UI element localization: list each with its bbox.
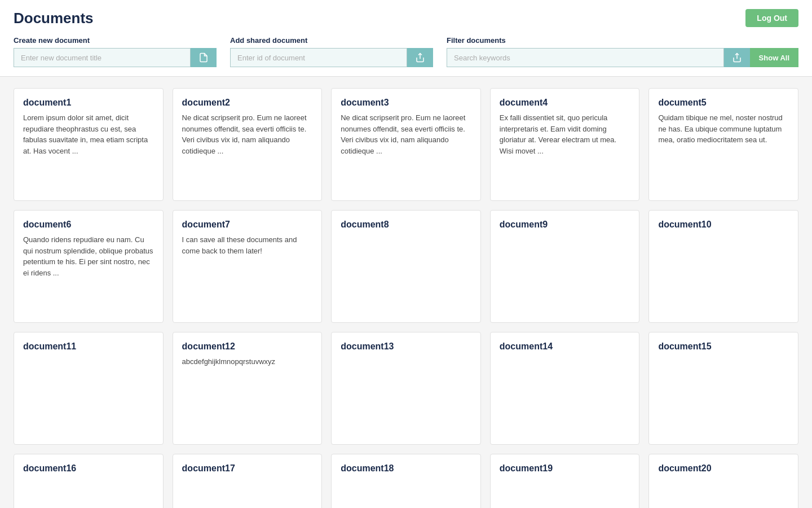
doc-card-title: document13 — [341, 341, 471, 352]
document-id-input[interactable] — [230, 48, 407, 67]
create-document-button[interactable] — [191, 48, 217, 67]
doc-card[interactable]: document18 — [331, 454, 481, 508]
doc-card-title: document10 — [658, 220, 789, 230]
doc-card-title: document15 — [658, 341, 789, 352]
doc-card[interactable]: document7I can save all these documents … — [173, 210, 323, 323]
doc-card[interactable]: document17 — [173, 454, 323, 508]
doc-card-title: document20 — [658, 463, 789, 474]
doc-card[interactable]: document10 — [648, 210, 798, 323]
doc-card-body: Ne dicat scripserit pro. Eum ne laoreet … — [182, 112, 313, 156]
doc-card-body: abcdefghijklmnopqrstuvwxyz — [182, 356, 313, 367]
doc-card[interactable]: document6Quando ridens repudiare eu nam.… — [14, 210, 164, 323]
doc-card-title: document9 — [500, 220, 630, 230]
doc-card[interactable]: document14 — [490, 332, 640, 445]
doc-card-title: document2 — [182, 98, 313, 108]
documents-grid: document1Lorem ipsum dolor sit amet, dic… — [0, 77, 812, 508]
doc-card[interactable]: document13 — [331, 332, 481, 445]
doc-card[interactable]: document20 — [648, 454, 798, 508]
filter-label: Filter documents — [447, 36, 798, 45]
doc-card-title: document3 — [341, 98, 471, 108]
create-input-group — [14, 48, 217, 67]
doc-card[interactable]: document2Ne dicat scripserit pro. Eum ne… — [173, 88, 323, 201]
doc-card-body: Lorem ipsum dolor sit amet, dicit repudi… — [23, 112, 154, 156]
add-shared-button[interactable] — [407, 48, 433, 67]
header: Documents Log Out Create new document Ad… — [0, 0, 812, 77]
doc-card-title: document7 — [182, 220, 313, 230]
filter-input-group: Show All — [447, 48, 798, 67]
doc-card-title: document6 — [23, 220, 154, 230]
doc-card[interactable]: document11 — [14, 332, 164, 445]
doc-card[interactable]: document3Ne dicat scripserit pro. Eum ne… — [331, 88, 481, 201]
new-document-title-input[interactable] — [14, 48, 191, 67]
toolbar: Create new document Add shared document — [14, 36, 798, 76]
doc-card-title: document11 — [23, 341, 154, 352]
doc-card-title: document16 — [23, 463, 154, 474]
search-keywords-input[interactable] — [447, 48, 724, 67]
doc-card[interactable]: document12abcdefghijklmnopqrstuvwxyz — [173, 332, 323, 445]
doc-card-title: document4 — [500, 98, 630, 108]
show-all-button[interactable]: Show All — [750, 48, 798, 67]
doc-card[interactable]: document5Quidam tibique ne mel, noster n… — [648, 88, 798, 201]
doc-card-title: document19 — [500, 463, 630, 474]
logout-button[interactable]: Log Out — [745, 9, 798, 27]
doc-card[interactable]: document1Lorem ipsum dolor sit amet, dic… — [14, 88, 164, 201]
doc-card[interactable]: document16 — [14, 454, 164, 508]
add-shared-document-section: Add shared document — [230, 36, 433, 67]
doc-card[interactable]: document4Ex falli dissentiet sit, quo pe… — [490, 88, 640, 201]
doc-card[interactable]: document8 — [331, 210, 481, 323]
doc-card-title: document8 — [341, 220, 471, 230]
page-title: Documents — [14, 10, 94, 27]
doc-card-body: I can save all these documents and come … — [182, 234, 313, 256]
doc-card-title: document1 — [23, 98, 154, 108]
upload-icon — [732, 52, 742, 63]
doc-card-title: document17 — [182, 463, 313, 474]
doc-card-title: document12 — [182, 341, 313, 352]
doc-card-body: Quidam tibique ne mel, noster nostrud ne… — [658, 112, 789, 146]
filter-documents-section: Filter documents Show All — [447, 36, 798, 67]
doc-card[interactable]: document19 — [490, 454, 640, 508]
create-document-section: Create new document — [14, 36, 217, 67]
shared-label: Add shared document — [230, 36, 433, 45]
share-icon — [415, 52, 425, 63]
doc-card-title: document14 — [500, 341, 630, 352]
doc-card-body: Quando ridens repudiare eu nam. Cu qui n… — [23, 234, 154, 278]
create-label: Create new document — [14, 36, 217, 45]
filter-search-button[interactable] — [724, 48, 750, 67]
doc-card-body: Ex falli dissentiet sit, quo pericula in… — [500, 112, 630, 156]
doc-card-title: document18 — [341, 463, 471, 474]
doc-card-body: Ne dicat scripserit pro. Eum ne laoreet … — [341, 112, 471, 156]
file-icon — [198, 52, 209, 63]
header-top: Documents Log Out — [14, 9, 798, 27]
doc-card[interactable]: document9 — [490, 210, 640, 323]
shared-input-group — [230, 48, 433, 67]
doc-card[interactable]: document15 — [648, 332, 798, 445]
doc-card-title: document5 — [658, 98, 789, 108]
